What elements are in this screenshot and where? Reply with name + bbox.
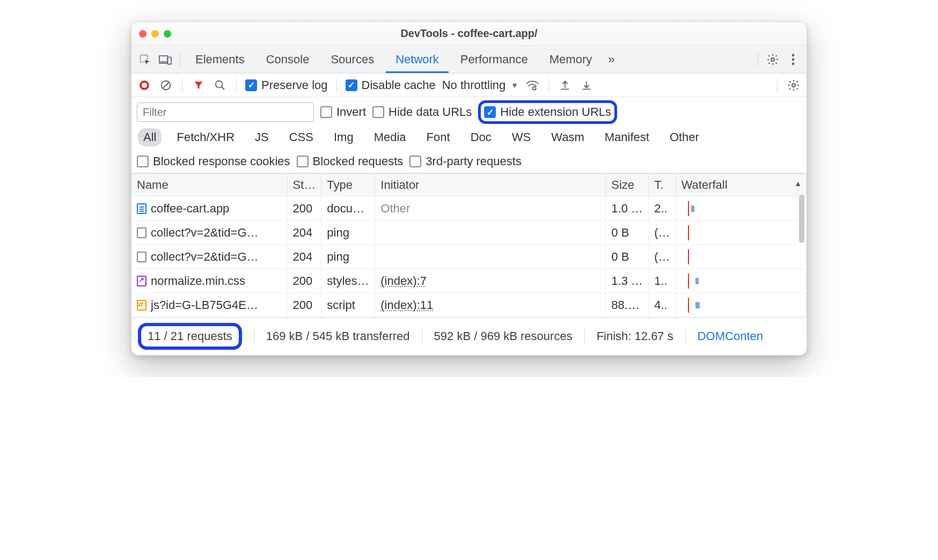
window-title: DevTools - coffee-cart.app/ — [131, 27, 807, 40]
hide-extension-urls-checkbox[interactable]: Hide extension URLs — [484, 105, 611, 119]
inspect-icon[interactable] — [136, 50, 154, 69]
domcontent-link[interactable]: DOMConten — [698, 329, 763, 343]
col-header-size[interactable]: Size — [606, 174, 649, 197]
type-filter-font[interactable]: Font — [421, 128, 456, 146]
tab-sources[interactable]: Sources — [321, 46, 384, 73]
filter-icon[interactable] — [191, 78, 206, 93]
clear-icon[interactable] — [158, 78, 173, 93]
svg-point-9 — [533, 86, 536, 90]
network-settings-icon[interactable] — [786, 78, 801, 93]
scrollbar[interactable] — [799, 195, 804, 243]
waterfall-cell — [676, 221, 806, 245]
type-filter-other[interactable]: Other — [664, 128, 705, 146]
tab-network[interactable]: Network — [386, 46, 449, 73]
col-header-initiator[interactable]: Initiator — [375, 174, 606, 197]
separator — [777, 78, 778, 92]
table-row[interactable]: js?id=G-LB75G4E… 200 script (index):11 8… — [131, 293, 807, 318]
kebab-icon[interactable] — [784, 50, 802, 69]
col-header-name[interactable]: Name — [131, 174, 287, 197]
zoom-icon[interactable] — [164, 30, 171, 38]
separator — [758, 53, 758, 67]
time-cell: 4.. — [649, 293, 676, 318]
type-filter-media[interactable]: Media — [369, 128, 412, 146]
request-table-wrap: Name St… Type Initiator Size T. Waterfal… — [131, 173, 807, 317]
chevron-down-icon: ▼ — [511, 81, 518, 90]
svg-point-4 — [792, 54, 795, 56]
close-icon[interactable] — [139, 30, 146, 38]
hide-data-urls-checkbox[interactable]: Hide data URLs — [372, 105, 472, 119]
table-row[interactable]: coffee-cart.app 200 docu… Other 1.0 … 2.… — [131, 197, 807, 221]
blocked-requests-label: Blocked requests — [313, 154, 404, 168]
initiator-link[interactable]: (index):7 — [380, 274, 427, 288]
third-party-checkbox[interactable]: 3rd-party requests — [409, 154, 522, 168]
blocked-cookies-label: Blocked response cookies — [153, 154, 290, 168]
request-name: normalize.min.css — [151, 274, 245, 288]
tab-performance[interactable]: Performance — [451, 46, 538, 73]
type-filter-ws[interactable]: WS — [507, 128, 536, 146]
status-bar: 11 / 21 requests 169 kB / 545 kB transfe… — [131, 317, 807, 355]
tab-console[interactable]: Console — [257, 46, 319, 73]
status-cell: 200 — [287, 197, 321, 221]
type-filter-css[interactable]: CSS — [284, 128, 319, 146]
type-filter-img[interactable]: Img — [328, 128, 359, 146]
type-cell: script — [321, 293, 375, 318]
separator — [685, 329, 686, 343]
request-name: coffee-cart.app — [151, 202, 229, 215]
type-cell: styles… — [321, 269, 375, 293]
type-filter-doc[interactable]: Doc — [465, 128, 497, 146]
type-cell: ping — [321, 221, 375, 245]
blocked-requests-checkbox[interactable]: Blocked requests — [297, 154, 404, 168]
invert-checkbox[interactable]: Invert — [320, 105, 366, 119]
preserve-log-checkbox[interactable]: Preserve log — [245, 78, 328, 92]
col-header-type[interactable]: Type — [321, 174, 375, 197]
type-filter-all[interactable]: All — [138, 128, 162, 146]
separator — [236, 78, 237, 92]
disable-cache-checkbox[interactable]: Disable cache — [346, 78, 436, 92]
throttling-select[interactable]: No throttling ▼ — [442, 78, 518, 92]
tab-memory[interactable]: Memory — [540, 46, 602, 73]
type-filter-fetch-xhr[interactable]: Fetch/XHR — [171, 128, 240, 146]
network-conditions-icon[interactable] — [525, 78, 540, 93]
gear-icon[interactable] — [764, 50, 782, 69]
size-cell: 88.… — [606, 293, 649, 318]
minimize-icon[interactable] — [151, 30, 159, 38]
table-row[interactable]: collect?v=2&tid=G… 204 ping 0 B (… — [131, 221, 807, 245]
finish-time: Finish: 12.67 s — [597, 329, 673, 343]
tab-elements[interactable]: Elements — [186, 46, 254, 73]
initiator-text: Other — [380, 202, 410, 215]
more-tabs-icon[interactable]: » — [604, 46, 619, 73]
search-icon[interactable] — [212, 78, 228, 93]
col-header-waterfall[interactable]: Waterfall▲ — [676, 174, 806, 197]
status-cell: 204 — [287, 245, 321, 269]
svg-point-3 — [771, 58, 774, 61]
size-cell: 0 B — [606, 221, 649, 245]
separator — [182, 78, 182, 92]
type-filter-wasm[interactable]: Wasm — [546, 128, 590, 146]
network-toolbar: Preserve log Disable cache No throttling… — [131, 73, 807, 97]
device-toggle-icon[interactable] — [156, 50, 174, 69]
upload-icon[interactable] — [558, 78, 573, 93]
filter-input[interactable] — [137, 102, 314, 122]
waterfall-cell — [676, 269, 806, 293]
initiator-cell — [375, 221, 606, 245]
hide-data-urls-label: Hide data URLs — [389, 105, 472, 119]
table-row[interactable]: collect?v=2&tid=G… 204 ping 0 B (… — [131, 245, 807, 269]
col-header-status[interactable]: St… — [287, 174, 321, 197]
request-table: Name St… Type Initiator Size T. Waterfal… — [131, 173, 807, 317]
col-header-time[interactable]: T. — [649, 174, 676, 197]
file-doc-icon — [137, 203, 146, 214]
type-filter-manifest[interactable]: Manifest — [599, 128, 655, 146]
initiator-link[interactable]: (index):11 — [380, 298, 433, 312]
table-header-row: Name St… Type Initiator Size T. Waterfal… — [131, 174, 807, 197]
separator — [422, 329, 422, 343]
file-js-icon — [137, 300, 146, 311]
blocked-cookies-checkbox[interactable]: Blocked response cookies — [137, 154, 290, 168]
hide-extension-urls-highlight: Hide extension URLs — [478, 100, 617, 124]
table-row[interactable]: normalize.min.css 200 styles… (index):7 … — [131, 269, 807, 293]
type-filter-js[interactable]: JS — [250, 128, 274, 146]
download-icon[interactable] — [579, 78, 594, 93]
size-cell: 0 B — [606, 245, 649, 269]
waterfall-cell — [676, 245, 806, 269]
checkbox-icon — [484, 106, 496, 118]
record-icon[interactable] — [137, 78, 152, 93]
